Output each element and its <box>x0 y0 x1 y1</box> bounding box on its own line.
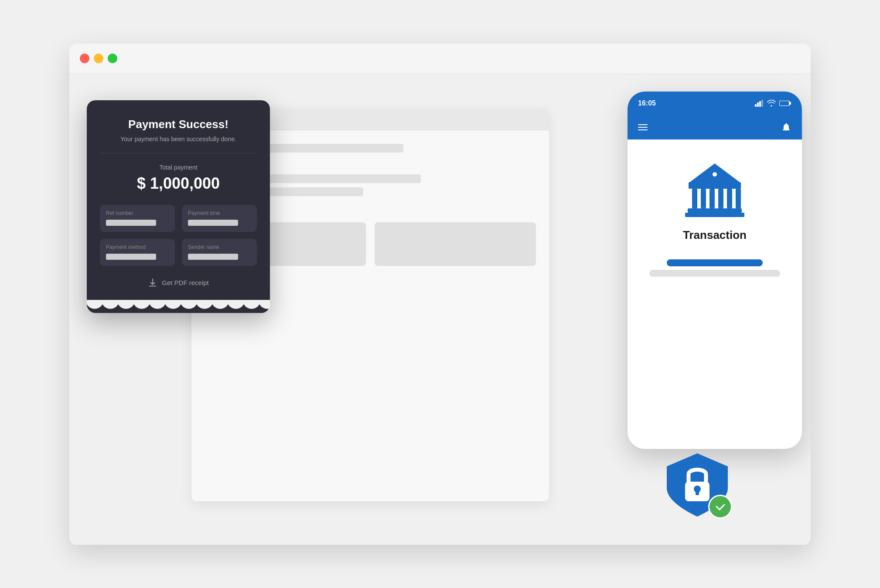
bg-panel-rect-2 <box>375 222 536 266</box>
signal-icon <box>755 100 764 107</box>
bank-icon-container <box>684 161 745 220</box>
svg-rect-16 <box>688 208 742 213</box>
receipt-field-ref-value <box>106 220 156 226</box>
receipt-field-method-label: Payment method <box>106 244 169 250</box>
receipt-field-sender: Sender name <box>182 239 257 266</box>
browser-window: Payment Success! Your payment has been s… <box>69 44 811 545</box>
maximize-button[interactable] <box>108 54 117 63</box>
svg-rect-17 <box>685 213 744 217</box>
bg-panel-block-1 <box>248 174 421 183</box>
receipt-total-label: Total payment <box>100 164 257 171</box>
hamburger-menu[interactable] <box>638 124 648 130</box>
receipt-field-method-value <box>106 254 156 260</box>
receipt-field-sender-value <box>188 254 238 260</box>
svg-rect-5 <box>780 101 789 105</box>
receipt-field-time-value <box>188 220 238 226</box>
phone-status-bar: 16:05 <box>628 92 802 116</box>
phone-nav-bar <box>628 116 802 139</box>
svg-rect-1 <box>757 102 759 107</box>
receipt-title: Payment Success! <box>100 118 257 131</box>
traffic-lights <box>80 54 117 63</box>
svg-rect-0 <box>755 104 757 107</box>
svg-rect-14 <box>727 189 732 208</box>
receipt-field-ref-label: Ref number <box>106 210 169 216</box>
receipt-amount: $ 1,000,000 <box>100 174 257 193</box>
bank-icon <box>684 161 745 218</box>
minimize-button[interactable] <box>94 54 103 63</box>
check-badge <box>708 495 732 519</box>
security-badge <box>662 449 732 519</box>
get-pdf-button[interactable]: Get PDF receipt <box>100 278 257 288</box>
receipt-subtitle: Your payment has been successfully done. <box>100 136 257 143</box>
browser-titlebar <box>69 44 811 74</box>
svg-point-9 <box>713 172 717 177</box>
shield-container <box>662 449 732 519</box>
get-pdf-label: Get PDF receipt <box>162 279 209 286</box>
receipt-scallop <box>87 300 270 313</box>
receipt-field-ref: Ref number <box>100 205 175 232</box>
svg-rect-3 <box>761 100 763 107</box>
receipt-field-time: Payment time <box>182 205 257 232</box>
close-button[interactable] <box>80 54 89 63</box>
wifi-icon <box>767 100 776 107</box>
phone-time: 16:05 <box>638 99 656 107</box>
bell-icon[interactable] <box>781 122 791 133</box>
svg-rect-13 <box>718 189 723 208</box>
phone-bar-gray <box>649 270 780 277</box>
receipt-field-sender-label: Sender name <box>188 244 251 250</box>
mobile-phone: 16:05 <box>628 92 802 449</box>
svg-rect-12 <box>709 189 715 208</box>
svg-rect-10 <box>692 189 697 208</box>
receipt-card: Payment Success! Your payment has been s… <box>87 100 270 313</box>
svg-rect-15 <box>736 189 741 208</box>
receipt-divider <box>100 153 257 153</box>
transaction-label: Transaction <box>683 228 747 242</box>
check-icon <box>714 500 727 513</box>
svg-rect-11 <box>701 189 706 208</box>
phone-status-icons <box>755 100 791 107</box>
receipt-field-method: Payment method <box>100 239 175 266</box>
receipt-field-time-label: Payment time <box>188 210 251 216</box>
phone-content: Transaction <box>628 139 802 290</box>
download-icon <box>148 278 157 288</box>
svg-rect-6 <box>790 102 791 105</box>
battery-icon <box>779 100 791 106</box>
svg-rect-8 <box>689 182 741 189</box>
svg-rect-20 <box>696 489 699 495</box>
svg-rect-2 <box>759 101 761 107</box>
receipt-fields: Ref number Payment time Payment method S… <box>100 205 257 266</box>
phone-bar-blue <box>667 259 763 266</box>
browser-content: Payment Success! Your payment has been s… <box>69 74 811 545</box>
